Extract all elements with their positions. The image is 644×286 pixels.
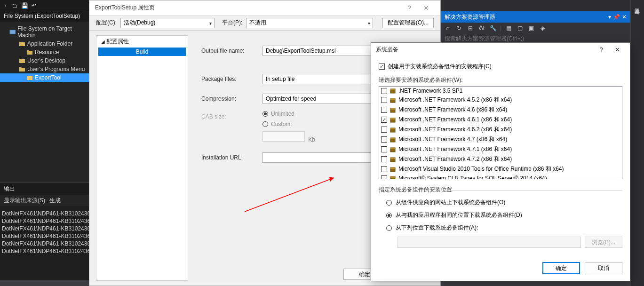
svg-rect-20	[390, 167, 395, 169]
help-button[interactable]: ?	[401, 1, 418, 15]
prereq-checkbox[interactable]	[381, 156, 387, 162]
refresh-icon[interactable]: ↻	[455, 24, 463, 32]
ok-button[interactable]: 确定	[542, 262, 580, 274]
package-icon	[390, 87, 396, 94]
radio-vendor-site[interactable]	[386, 200, 392, 206]
radio-custom[interactable]	[262, 121, 268, 127]
config-sidebar: 配置属性 Build	[96, 35, 188, 281]
compression-value: Optimized for speed	[266, 95, 316, 102]
home-icon[interactable]: ⌂	[444, 24, 452, 32]
toolbar-icon[interactable]: 🗀	[11, 2, 19, 9]
toolbar-icon[interactable]: ↶	[30, 2, 38, 9]
help-button[interactable]: ?	[593, 44, 609, 55]
platform-value: 不适用	[249, 19, 266, 27]
prereq-list-item[interactable]: Microsoft .NET Framework 4.6 (x86 和 x64)	[379, 105, 622, 115]
radio-same-location[interactable]	[386, 213, 392, 218]
path-input[interactable]	[398, 237, 581, 248]
cancel-button[interactable]: 取消	[585, 262, 622, 274]
properties-icon[interactable]: ▦	[504, 24, 513, 32]
radio-unlimited[interactable]	[262, 111, 268, 117]
prereq-checkbox[interactable]	[381, 136, 387, 143]
prereq-list-item[interactable]: Microsoft .NET Framework 4.7.2 (x86 和 x6…	[379, 154, 622, 164]
package-value: In setup file	[266, 76, 294, 82]
diagnostics-tab[interactable]: 诊断工具	[631, 0, 644, 9]
close-button[interactable]: ✕	[609, 44, 625, 55]
folder-icon	[19, 41, 25, 47]
toolbar-icon[interactable]: ◦	[2, 2, 9, 9]
prereq-checkbox[interactable]	[381, 166, 387, 172]
prereq-checkbox[interactable]	[381, 175, 387, 180]
create-installer-checkbox[interactable]	[379, 64, 385, 70]
platform-combo[interactable]: 不适用	[246, 18, 373, 28]
prereq-list-item[interactable]: Microsoft .NET Framework 4.6.1 (x86 和 x6…	[379, 115, 622, 125]
tree-root[interactable]: File System on Target Machin	[0, 24, 89, 40]
solution-explorer: 解决方案资源管理器 ▾ 📌 ✕ ⌂ ↻ ⊟ 🗘 🔧 | ▦ ◫ ▣ ◈ 搜索解决…	[441, 11, 630, 44]
tree-export-tool[interactable]: ExportTool	[0, 73, 89, 82]
output-line: DotNetFX461\NDP461-KB3102436-x8	[2, 247, 87, 255]
tree-desktop[interactable]: User's Desktop	[0, 56, 89, 65]
output-line: DotNetFX461\NDP461-KB3102436-x8	[2, 240, 87, 247]
prereq-checkbox[interactable]	[381, 88, 387, 94]
collapse-icon[interactable]: ⊟	[466, 24, 475, 32]
svg-rect-6	[390, 98, 395, 100]
output-line: DotNetFX461\NDP461-KB3102436-x8	[2, 217, 87, 225]
wrench-icon[interactable]: 🔧	[489, 24, 497, 32]
cab-size-input[interactable]	[262, 131, 305, 142]
prereq-item-label: Microsoft .NET Framework 4.6 (x86 和 x64)	[398, 106, 507, 114]
right-tool-strip: 诊断工具	[630, 0, 644, 286]
radio-custom-label: Custom:	[271, 121, 292, 127]
prereq-list[interactable]: .NET Framework 3.5 SP1Microsoft .NET Fra…	[379, 86, 622, 179]
svg-rect-16	[390, 148, 395, 149]
toolbar-icon[interactable]: ◈	[538, 24, 547, 32]
tree-programs-menu[interactable]: User's Programs Menu	[0, 65, 89, 73]
svg-rect-12	[390, 128, 395, 129]
prereq-list-item[interactable]: Microsoft Visual Studio 2010 Tools for O…	[379, 164, 622, 174]
platform-label: 平台(P):	[222, 19, 242, 27]
prereq-checkbox[interactable]	[381, 97, 387, 103]
radio-custom-path[interactable]	[386, 225, 392, 231]
file-system-tree: File System on Target Machin Application…	[0, 22, 89, 183]
prereq-item-label: Microsoft .NET Framework 4.5.2 (x86 和 x6…	[398, 96, 512, 104]
prereq-list-item[interactable]: Microsoft .NET Framework 4.5.2 (x86 和 x6…	[379, 95, 622, 105]
browse-button[interactable]: 浏览(B)...	[585, 237, 622, 248]
toolbar-icon[interactable]: 💾	[21, 2, 28, 9]
radio-vendor-label: 从组件供应商的网站上下载系统必备组件(O)	[396, 199, 505, 207]
close-button[interactable]: ✕	[418, 1, 435, 15]
output-source-value[interactable]: 生成	[49, 197, 61, 205]
prereq-checkbox[interactable]	[381, 127, 387, 133]
prereq-list-item[interactable]: Microsoft .NET Framework 4.7.1 (x86 和 x6…	[379, 144, 622, 154]
tree-resource[interactable]: Resource	[0, 48, 89, 56]
pin-icon[interactable]: 📌	[613, 14, 620, 20]
tree-label: ExportTool	[35, 74, 62, 81]
properties-titlebar: ExportToolSetup 属性页 ? ✕	[89, 0, 440, 16]
prereq-list-item[interactable]: .NET Framework 3.5 SP1	[379, 87, 622, 95]
dropdown-icon[interactable]: ▾	[608, 14, 611, 20]
machine-icon	[9, 29, 16, 35]
prereq-list-item[interactable]: Microsoft .NET Framework 4.6.2 (x86 和 x6…	[379, 125, 622, 135]
svg-rect-4	[390, 89, 395, 90]
config-combo[interactable]: 活动(Debug)	[120, 18, 215, 28]
prereq-checkbox[interactable]	[381, 117, 387, 123]
package-icon	[390, 136, 396, 143]
sidebar-item-build[interactable]: Build	[98, 48, 186, 56]
close-icon[interactable]: ✕	[622, 14, 627, 20]
view-icon[interactable]: ◫	[516, 24, 524, 32]
config-manager-button[interactable]: 配置管理器(O)...	[382, 18, 434, 28]
svg-rect-18	[390, 158, 395, 159]
create-installer-label: 创建用于安装系统必备组件的安装程序(C)	[388, 63, 492, 71]
prereq-list-item[interactable]: Microsoft® System CLR Types for SQL Serv…	[379, 174, 622, 179]
compression-label: Compression:	[201, 95, 262, 102]
config-toolbar: 配置(C): 活动(Debug) 平台(P): 不适用 配置管理器(O)...	[89, 16, 440, 31]
folder-icon	[19, 66, 25, 72]
output-line: DotNetFX461\NDP461-KB3102436-x8	[2, 225, 87, 232]
tree-label: User's Programs Menu	[27, 66, 85, 72]
prereq-checkbox[interactable]	[381, 146, 387, 152]
prereq-checkbox[interactable]	[381, 107, 387, 113]
toolbar-icon[interactable]: ▣	[527, 24, 535, 32]
output-source-label: 显示输出来源(S):	[4, 197, 47, 205]
sidebar-config-header[interactable]: 配置属性	[96, 36, 188, 48]
output-name-value: Debug\ExportToolSetup.msi	[266, 48, 336, 54]
tree-app-folder[interactable]: Application Folder	[0, 40, 89, 48]
prereq-list-item[interactable]: Microsoft .NET Framework 4.7 (x86 和 x64)	[379, 135, 622, 144]
sync-icon[interactable]: 🗘	[477, 24, 486, 32]
